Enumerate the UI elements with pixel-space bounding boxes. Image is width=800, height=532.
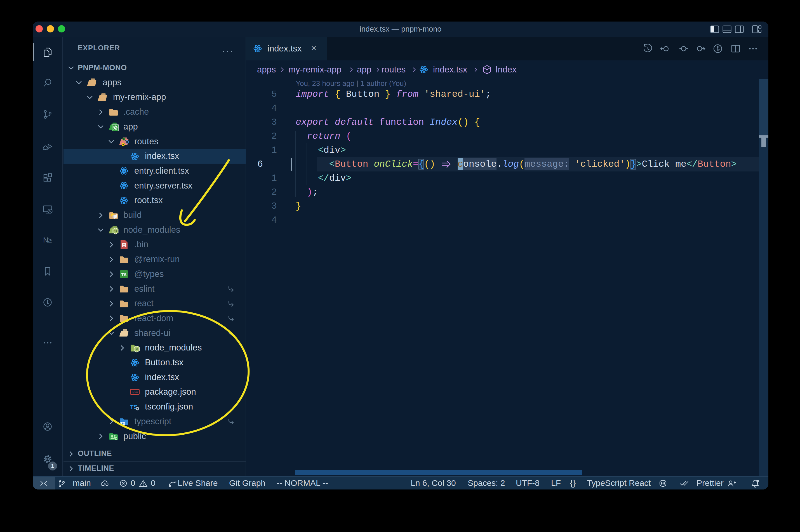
svg-text:TS: TS: [120, 421, 125, 426]
svg-text:JS: JS: [114, 230, 117, 233]
svg-text:TS: TS: [121, 272, 127, 277]
svg-text:npm: npm: [132, 391, 138, 394]
svg-text:≥: ≥: [48, 236, 52, 244]
svg-text:N: N: [43, 236, 49, 244]
svg-text:10: 10: [123, 245, 125, 248]
svg-text:JS: JS: [135, 348, 138, 350]
